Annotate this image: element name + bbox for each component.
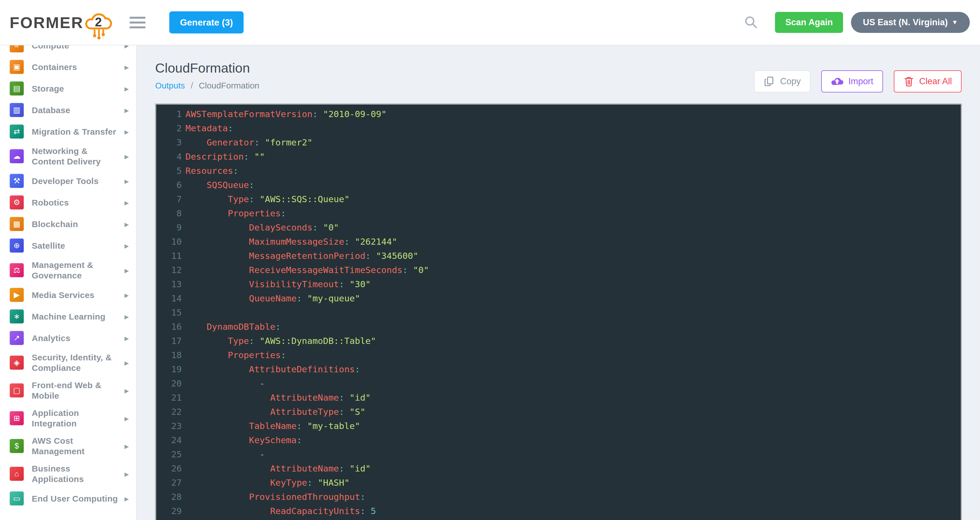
- sidebar-item-label: Networking & Content Delivery: [32, 146, 122, 167]
- sidebar-item-security-identity-compliance[interactable]: ◈Security, Identity, & Compliance▸: [0, 349, 136, 377]
- sidebar-item-label: Robotics: [32, 197, 122, 208]
- chevron-right-icon: ▸: [124, 45, 129, 51]
- former2-logo[interactable]: FORMER 2: [10, 5, 112, 40]
- code-line: 29 ReadCapacityUnits: 5: [156, 504, 961, 518]
- logo-text: FORMER: [10, 13, 84, 32]
- chevron-right-icon: ▸: [124, 312, 129, 321]
- line-number: 22: [156, 407, 182, 417]
- compute-icon: ≡: [10, 45, 24, 52]
- main-content: CloudFormation Outputs / CloudFormation …: [137, 45, 980, 520]
- end-user-computing-icon: ▭: [10, 491, 24, 506]
- chevron-right-icon: ▸: [124, 333, 129, 343]
- sidebar-item-business-applications[interactable]: ⌂Business Applications▸: [0, 460, 136, 488]
- breadcrumb-current: CloudFormation: [199, 81, 259, 90]
- sidebar-item-database[interactable]: ▥Database▸: [0, 99, 136, 121]
- code-line: 7 Type: "AWS::SQS::Queue": [156, 192, 961, 206]
- sidebar-item-label: Storage: [32, 83, 122, 94]
- sidebar-item-analytics[interactable]: ↗Analytics▸: [0, 327, 136, 349]
- storage-icon: ▤: [10, 81, 24, 95]
- code-line: 21 AttributeName: "id": [156, 390, 961, 405]
- sidebar-item-networking-content-delivery[interactable]: ☁Networking & Content Delivery▸: [0, 142, 136, 170]
- code-line: 25 -: [156, 447, 961, 461]
- line-number: 27: [156, 477, 182, 488]
- sidebar-item-label: Media Services: [32, 290, 122, 300]
- sidebar-item-end-user-computing[interactable]: ▭End User Computing▸: [0, 488, 136, 509]
- sidebar-item-label: Satellite: [32, 240, 122, 251]
- chevron-right-icon: ▸: [124, 62, 129, 72]
- chevron-right-icon: ▸: [124, 105, 129, 115]
- sidebar-item-label: AWS Cost Management: [32, 436, 122, 456]
- code-line: 14 QueueName: "my-queue": [156, 291, 961, 305]
- sidebar-item-label: Machine Learning: [32, 311, 122, 322]
- code-line: 19 AttributeDefinitions:: [156, 362, 961, 376]
- line-number: 8: [156, 208, 182, 218]
- scan-again-button[interactable]: Scan Again: [775, 12, 843, 33]
- sidebar-item-compute[interactable]: ≡Compute▸: [0, 45, 136, 56]
- sidebar-menu: ≡Compute▸▣Containers▸▤Storage▸▥Database▸…: [0, 45, 136, 509]
- developer-tools-icon: ⚒: [10, 174, 24, 188]
- trash-icon: [904, 76, 914, 87]
- search-button[interactable]: [744, 15, 759, 30]
- code-line: 13 VisibilityTimeout: "30": [156, 277, 961, 291]
- chevron-right-icon: ▸: [124, 386, 129, 396]
- code-line: 16 DynamoDBTable:: [156, 320, 961, 334]
- sidebar-item-media-services[interactable]: ▶Media Services▸: [0, 284, 136, 306]
- sidebar-item-front-end-web-mobile[interactable]: ▢Front-end Web & Mobile▸: [0, 377, 136, 404]
- services-sidebar: ≡Compute▸▣Containers▸▤Storage▸▥Database▸…: [0, 45, 137, 520]
- line-number: 16: [156, 321, 182, 332]
- chevron-right-icon: ▸: [124, 176, 129, 186]
- former2-app: FORMER 2 Generate (3): [0, 0, 980, 520]
- code-line: 17 Type: "AWS::DynamoDB::Table": [156, 334, 961, 348]
- line-number: 15: [156, 307, 182, 318]
- sidebar-item-machine-learning[interactable]: ∗Machine Learning▸: [0, 306, 136, 327]
- sidebar-item-management-governance[interactable]: ⚖Management & Governance▸: [0, 256, 136, 284]
- region-label: US East (N. Virginia): [863, 17, 948, 27]
- code-line: 20 -: [156, 376, 961, 390]
- hamburger-menu-icon[interactable]: [130, 17, 145, 29]
- code-line: 22 AttributeType: "S": [156, 405, 961, 419]
- code-editor[interactable]: 1AWSTemplateFormatVersion: "2010-09-09"2…: [155, 103, 962, 520]
- clear-all-button[interactable]: Clear All: [894, 70, 962, 92]
- chevron-right-icon: ▸: [124, 266, 129, 275]
- line-number: 18: [156, 350, 182, 360]
- aws-cost-management-icon: $: [10, 439, 24, 453]
- chevron-right-icon: ▸: [124, 441, 129, 451]
- line-number: 14: [156, 293, 182, 304]
- chevron-right-icon: ▸: [124, 469, 129, 479]
- code-line: 24 KeySchema:: [156, 433, 961, 447]
- sidebar-item-robotics[interactable]: ⚙Robotics▸: [0, 192, 136, 213]
- line-number: 1: [156, 109, 182, 119]
- region-selector[interactable]: US East (N. Virginia) ▼: [851, 12, 970, 33]
- line-number: 10: [156, 237, 182, 246]
- line-number: 6: [156, 180, 182, 190]
- sidebar-item-storage[interactable]: ▤Storage▸: [0, 78, 136, 99]
- code-line: 23 TableName: "my-table": [156, 419, 961, 433]
- generate-button[interactable]: Generate (3): [169, 11, 244, 33]
- import-button[interactable]: Import: [821, 70, 883, 92]
- sidebar-item-developer-tools[interactable]: ⚒Developer Tools▸: [0, 170, 136, 192]
- copy-button[interactable]: Copy: [754, 70, 810, 92]
- line-number: 7: [156, 194, 182, 204]
- chevron-down-icon: ▼: [951, 19, 958, 26]
- sidebar-item-label: Developer Tools: [32, 176, 122, 186]
- sidebar-item-satellite[interactable]: ⊕Satellite▸: [0, 235, 136, 256]
- sidebar-item-containers[interactable]: ▣Containers▸: [0, 56, 136, 78]
- sidebar-item-application-integration[interactable]: ⊞Application Integration▸: [0, 404, 136, 432]
- sidebar-item-blockchain[interactable]: ▦Blockchain▸: [0, 213, 136, 235]
- sidebar-item-aws-cost-management[interactable]: $AWS Cost Management▸: [0, 432, 136, 460]
- logo-badge-2: 2: [95, 15, 102, 29]
- machine-learning-icon: ∗: [10, 309, 24, 323]
- migration-transfer-icon: ⇄: [10, 124, 24, 138]
- code-line: 12 ReceiveMessageWaitTimeSeconds: "0": [156, 263, 961, 277]
- output-actions: Copy Import: [754, 70, 962, 92]
- breadcrumb-outputs-link[interactable]: Outputs: [155, 81, 185, 90]
- sidebar-item-migration-transfer[interactable]: ⇄Migration & Transfer▸: [0, 121, 136, 142]
- code-line: 9 DelaySeconds: "0": [156, 220, 961, 234]
- code-line: 11 MessageRetentionPeriod: "345600": [156, 249, 961, 263]
- line-number: 4: [156, 151, 182, 162]
- cloud-upload-icon: [831, 75, 843, 87]
- front-end-web-mobile-icon: ▢: [10, 383, 24, 398]
- breadcrumb-separator: /: [191, 81, 193, 90]
- line-number: 28: [156, 491, 182, 502]
- chevron-right-icon: ▸: [124, 290, 129, 300]
